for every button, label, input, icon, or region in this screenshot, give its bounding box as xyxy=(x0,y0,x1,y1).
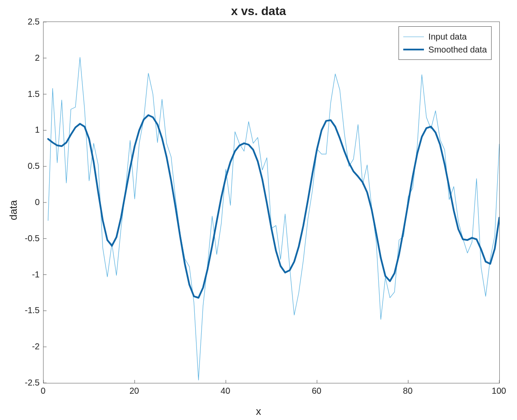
x-tick-label: 20 xyxy=(129,386,139,396)
y-tick-label: 2 xyxy=(5,53,40,62)
legend-swatch-smoothed xyxy=(403,49,424,50)
plot-svg xyxy=(44,22,499,383)
legend-item-input: Input data xyxy=(403,30,487,43)
plot-area: Input data Smoothed data xyxy=(43,22,500,383)
legend-label-smoothed: Smoothed data xyxy=(428,45,487,55)
y-tick-label: 0.5 xyxy=(5,161,40,171)
x-tick-label: 40 xyxy=(221,386,230,396)
y-tick-label: -0.5 xyxy=(5,233,40,243)
legend-label-input: Input data xyxy=(428,32,467,42)
x-axis-label: x xyxy=(0,405,517,417)
x-tick-label: 0 xyxy=(40,386,45,396)
figure: x vs. data data x Input data Smoothed da… xyxy=(0,0,517,420)
y-tick-label: 1.5 xyxy=(5,89,40,99)
y-tick-label: -2.5 xyxy=(5,378,40,388)
y-tick-label: 2.5 xyxy=(5,17,40,27)
legend: Input data Smoothed data xyxy=(399,26,492,60)
x-tick-label: 100 xyxy=(492,386,506,396)
y-tick-label: 0 xyxy=(5,197,40,207)
legend-item-smoothed: Smoothed data xyxy=(403,43,487,56)
y-tick-label: -1 xyxy=(5,269,40,279)
x-tick-label: 60 xyxy=(312,386,321,396)
chart-title: x vs. data xyxy=(0,4,517,18)
x-tick-label: 80 xyxy=(403,386,412,396)
y-tick-label: -2 xyxy=(5,342,40,352)
y-tick-label: 1 xyxy=(5,125,40,135)
legend-swatch-input xyxy=(403,37,424,37)
y-tick-label: -1.5 xyxy=(5,305,40,315)
series-input-data xyxy=(48,57,499,380)
